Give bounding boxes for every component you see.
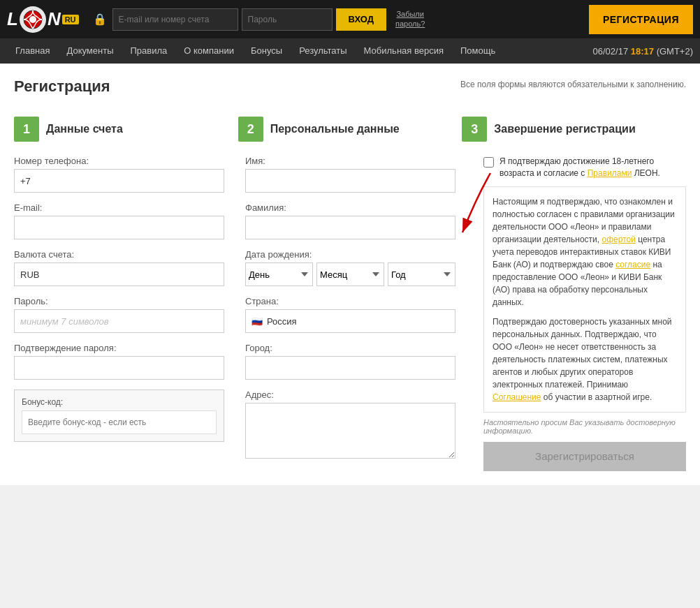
svg-point-1 xyxy=(29,16,36,23)
nav-mobile[interactable]: Мобильная версия xyxy=(356,38,452,64)
surname-label: Фамилия: xyxy=(245,202,455,213)
step-2-block: 2 Персональные данные xyxy=(238,117,462,142)
name-label: Имя: xyxy=(245,156,455,166)
step-3-label: Завершение регистрации xyxy=(494,123,635,135)
country-field-group: Страна: 🇷🇺 Россия xyxy=(245,296,455,333)
city-label: Город: xyxy=(245,343,455,353)
dob-month-select[interactable]: Месяц xyxy=(316,262,384,286)
agreement-text-box: Настоящим я подтверждаю, что ознакомлен … xyxy=(483,186,686,413)
bonus-code-box: Бонус-код: xyxy=(14,390,224,442)
address-label: Адрес: xyxy=(245,390,455,400)
dob-field-group: Дата рождения: День Месяц Год xyxy=(245,249,455,286)
country-label: Страна: xyxy=(245,296,455,306)
agreement-check-text: Я подтверждаю достижение 18-летнего возр… xyxy=(500,156,686,179)
agreement-notice: Настоятельно просим Вас указывать достов… xyxy=(483,418,686,435)
oferta-link[interactable]: офертой xyxy=(602,235,636,244)
step-3-number: 3 xyxy=(462,117,487,142)
address-field-group: Адрес: xyxy=(245,390,455,461)
datetime-display: 06/02/17 18:17 (GMT+2) xyxy=(593,46,693,57)
country-field[interactable]: 🇷🇺 Россия xyxy=(245,309,455,333)
dob-year-select[interactable]: Год xyxy=(388,262,455,286)
forgot-password-link[interactable]: Забылипароль? xyxy=(395,10,425,28)
currency-label: Валюта счета: xyxy=(14,249,224,260)
city-field-group: Город: xyxy=(245,343,455,380)
step-1-block: 1 Данные счета xyxy=(14,117,238,142)
step-2-number: 2 xyxy=(238,117,263,142)
country-value: Россия xyxy=(267,316,297,327)
logo-icon: L N RU xyxy=(7,6,79,33)
submit-button[interactable]: Зарегистрироваться xyxy=(483,442,686,471)
logo-circle xyxy=(20,6,46,33)
email-field-group: E-mail: xyxy=(14,202,224,239)
confirm-password-label: Подтверждение пароля: xyxy=(14,343,224,353)
nav-help[interactable]: Помощь xyxy=(452,38,504,64)
header-inputs: ВХОД Забылипароль? xyxy=(112,8,589,31)
personal-column: Имя: Фамилия: Дата рождения: День Месяц xyxy=(245,156,476,471)
dob-day-select[interactable]: День xyxy=(245,262,313,286)
phone-label: Номер телефона: xyxy=(14,156,224,166)
header: L N RU 🔒 ВХОД Забылипароль? РЕГИСТРАЦИЯ xyxy=(0,0,700,38)
password-field-group: Пароль: xyxy=(14,296,224,333)
confirm-password-input[interactable] xyxy=(14,356,224,380)
nav-rules[interactable]: Правила xyxy=(122,38,176,64)
currency-input[interactable] xyxy=(14,262,224,286)
agreement-checkbox[interactable] xyxy=(483,157,494,168)
name-input[interactable] xyxy=(245,169,455,193)
agreement-paragraph-2: Подтверждаю достоверность указанных мной… xyxy=(493,316,677,403)
nav-results[interactable]: Результаты xyxy=(291,38,355,64)
phone-input[interactable] xyxy=(14,169,224,193)
nav-company[interactable]: О компании xyxy=(175,38,242,64)
agreement-check-row: Я подтверждаю достижение 18-летнего возр… xyxy=(483,156,686,179)
soglashenie-link[interactable]: Соглашение xyxy=(493,392,541,402)
bonus-input[interactable] xyxy=(22,410,217,434)
step-1-label: Данные счета xyxy=(46,123,123,135)
soglasie-link[interactable]: согласие xyxy=(615,260,650,269)
leon-ball-icon xyxy=(23,10,43,29)
step-3-block: 3 Завершение регистрации xyxy=(462,117,686,142)
rules-link[interactable]: Правилами xyxy=(588,168,632,178)
step-1-number: 1 xyxy=(14,117,39,142)
agreement-column: Я подтверждаю достижение 18-летнего возр… xyxy=(476,156,686,471)
logo: L N RU xyxy=(7,6,79,33)
page-subtitle: Все поля формы являются обязательными к … xyxy=(460,80,686,89)
agreement-paragraph-1: Настоящим я подтверждаю, что ознакомлен … xyxy=(493,195,677,309)
surname-field-group: Фамилия: xyxy=(245,202,455,239)
password-field[interactable] xyxy=(14,309,224,333)
steps-header: 1 Данные счета 2 Персональные данные 3 З… xyxy=(14,117,686,142)
surname-input[interactable] xyxy=(245,216,455,239)
lock-icon: 🔒 xyxy=(93,13,107,26)
address-textarea[interactable] xyxy=(245,403,455,459)
account-column: Номер телефона: E-mail: Валюта счета: Па… xyxy=(14,156,245,471)
phone-field-group: Номер телефона: xyxy=(14,156,224,193)
nav-documents[interactable]: Документы xyxy=(58,38,122,64)
password-label: Пароль: xyxy=(14,296,224,306)
email-input[interactable] xyxy=(112,8,238,31)
dob-selects: День Месяц Год xyxy=(245,262,455,286)
navigation: Главная Документы Правила О компании Бон… xyxy=(0,38,700,64)
email-label: E-mail: xyxy=(14,202,224,213)
name-field-group: Имя: xyxy=(245,156,455,193)
nav-home[interactable]: Главная xyxy=(7,38,58,64)
nav-bonuses[interactable]: Бонусы xyxy=(242,38,291,64)
register-button[interactable]: РЕГИСТРАЦИЯ xyxy=(589,5,693,34)
confirm-password-field-group: Подтверждение пароля: xyxy=(14,343,224,380)
password-input[interactable] xyxy=(242,8,333,31)
page-content: Регистрация Все поля формы являются обяз… xyxy=(0,64,700,485)
logo-ru-badge: RU xyxy=(62,15,79,24)
form-columns: Номер телефона: E-mail: Валюта счета: Па… xyxy=(14,156,686,471)
bonus-label: Бонус-код: xyxy=(22,397,217,407)
city-input[interactable] xyxy=(245,356,455,380)
step-2-label: Персональные данные xyxy=(270,123,400,135)
dob-label: Дата рождения: xyxy=(245,249,455,260)
login-button[interactable]: ВХОД xyxy=(336,8,386,31)
flag-icon: 🇷🇺 xyxy=(251,316,263,327)
account-email-input[interactable] xyxy=(14,216,224,239)
currency-field-group: Валюта счета: xyxy=(14,249,224,286)
